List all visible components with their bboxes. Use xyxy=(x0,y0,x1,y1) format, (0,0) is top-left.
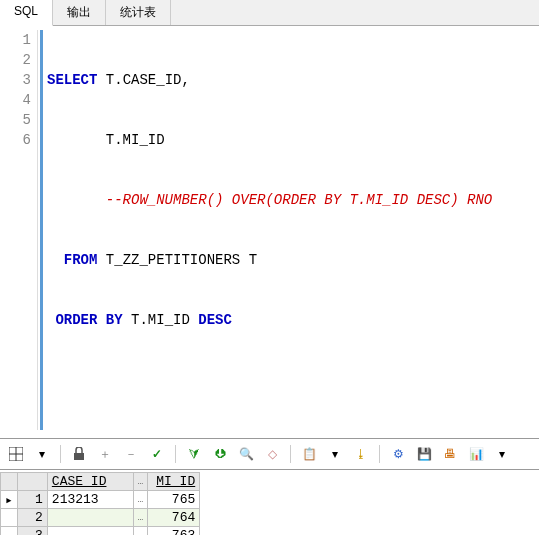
cell-case-id[interactable] xyxy=(47,509,133,527)
sql-editor[interactable]: 1 2 3 4 5 6 SELECT T.CASE_ID, T.MI_ID --… xyxy=(0,26,539,434)
dropdown-icon[interactable]: ▾ xyxy=(34,446,50,462)
cell-mi-id[interactable]: 765 xyxy=(148,491,200,509)
print-icon[interactable]: 🖶 xyxy=(442,446,458,462)
col-header-case-id[interactable]: CASE_ID xyxy=(47,473,133,491)
code-area[interactable]: SELECT T.CASE_ID, T.MI_ID --ROW_NUMBER()… xyxy=(47,30,492,430)
code-text: T.MI_ID xyxy=(123,312,199,328)
line-num: 2 xyxy=(0,50,31,70)
row-number: 3 xyxy=(17,527,47,536)
grid-corner xyxy=(1,473,18,491)
code-text: T.CASE_ID, xyxy=(97,72,189,88)
commit-icon[interactable]: ✓ xyxy=(149,446,165,462)
cell-ellipsis[interactable]: … xyxy=(133,491,147,509)
cell-case-id[interactable] xyxy=(47,527,133,536)
cell-mi-id[interactable]: 764 xyxy=(148,509,200,527)
table-row[interactable]: ▸1213213…765 xyxy=(1,491,200,509)
lock-icon[interactable] xyxy=(71,446,87,462)
fetch-all-icon[interactable]: ⮋ xyxy=(212,446,228,462)
line-num: 3 xyxy=(0,70,31,90)
dropdown2-icon[interactable]: ▾ xyxy=(327,446,343,462)
line-num: 4 xyxy=(0,90,31,110)
tab-output[interactable]: 输出 xyxy=(53,0,106,25)
fetch-next-icon[interactable]: ⮛ xyxy=(186,446,202,462)
row-marker: ▸ xyxy=(1,491,18,509)
cell-ellipsis[interactable]: … xyxy=(133,527,147,536)
kw-from: FROM xyxy=(47,252,97,268)
export-icon[interactable]: ⭳ xyxy=(353,446,369,462)
kw-order: ORDER xyxy=(47,312,97,328)
row-number: 1 xyxy=(17,491,47,509)
results-toolbar: ▾ ＋ － ✓ ⮛ ⮋ 🔍 ◇ 📋 ▾ ⭳ ⚙ 💾 🖶 📊 ▾ xyxy=(0,438,539,470)
clear-icon[interactable]: ◇ xyxy=(264,446,280,462)
grid-options-icon[interactable] xyxy=(8,446,24,462)
rownum-header xyxy=(17,473,47,491)
line-num: 6 xyxy=(0,130,31,150)
query-builder-icon[interactable]: ⚙ xyxy=(390,446,406,462)
cell-case-id[interactable]: 213213 xyxy=(47,491,133,509)
row-number: 2 xyxy=(17,509,47,527)
add-row-icon[interactable]: ＋ xyxy=(97,446,113,462)
save-icon[interactable]: 💾 xyxy=(416,446,432,462)
tab-stats[interactable]: 统计表 xyxy=(106,0,171,25)
col-header-mi-id[interactable]: MI_ID xyxy=(148,473,200,491)
line-num: 5 xyxy=(0,110,31,130)
svg-rect-3 xyxy=(74,453,84,460)
line-gutter: 1 2 3 4 5 6 xyxy=(0,30,38,430)
kw-select: SELECT xyxy=(47,72,97,88)
kw-desc: DESC xyxy=(198,312,232,328)
row-marker xyxy=(1,527,18,536)
cell-mi-id[interactable]: 763 xyxy=(148,527,200,536)
copy-icon[interactable]: 📋 xyxy=(301,446,317,462)
remove-row-icon[interactable]: － xyxy=(123,446,139,462)
tab-bar: SQL 输出 统计表 xyxy=(0,0,539,26)
table-row[interactable]: 3…763 xyxy=(1,527,200,536)
table-row[interactable]: 2…764 xyxy=(1,509,200,527)
results-grid[interactable]: CASE_ID … MI_ID ▸1213213…7652…7643…7634…… xyxy=(0,472,200,535)
chart-icon[interactable]: 📊 xyxy=(468,446,484,462)
col-header-ellipsis[interactable]: … xyxy=(133,473,147,491)
tab-sql[interactable]: SQL xyxy=(0,0,53,26)
cell-ellipsis[interactable]: … xyxy=(133,509,147,527)
find-icon[interactable]: 🔍 xyxy=(238,446,254,462)
code-comment: --ROW_NUMBER() OVER(ORDER BY T.MI_ID DES… xyxy=(47,192,492,208)
kw-by: BY xyxy=(97,312,122,328)
code-text: T.MI_ID xyxy=(47,132,165,148)
dropdown3-icon[interactable]: ▾ xyxy=(494,446,510,462)
row-marker xyxy=(1,509,18,527)
line-num: 1 xyxy=(0,30,31,50)
code-text: T_ZZ_PETITIONERS T xyxy=(97,252,257,268)
